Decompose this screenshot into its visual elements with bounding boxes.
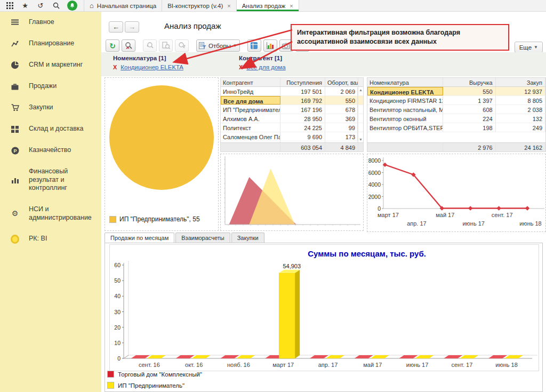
sidebar-item-finance[interactable]: Финансовый результат и контроллинг [0, 161, 101, 199]
sidebar-item-bi[interactable]: РК: BI [0, 228, 101, 250]
scroll-down-icon[interactable]: ▼ [359, 138, 363, 141]
table-cell[interactable]: 608 [443, 105, 495, 114]
scroll-up-icon[interactable]: ▲ [359, 88, 363, 92]
column-header[interactable]: Закуп [496, 78, 545, 86]
close-tab-icon[interactable]: × [290, 3, 293, 9]
table-row[interactable]: Саломенцев Олег Па...9 690173 [221, 132, 363, 141]
notifications-bell-icon[interactable] [67, 1, 77, 11]
column-header[interactable]: Контрагент [221, 78, 280, 86]
table-scrollbar[interactable]: ▲ ▼ [357, 87, 363, 142]
table-row[interactable]: Вентилятор оконный224132 [367, 114, 545, 123]
sidebar-item-crm[interactable]: CRM и маркетинг [0, 54, 101, 76]
table-cell[interactable]: Все для дома [221, 96, 280, 105]
pie-chart-panel[interactable]: ИП "Предприниматель", 55 [105, 77, 219, 231]
forward-button[interactable]: → [125, 21, 139, 33]
table-row[interactable]: Все для дома169 792550 [221, 96, 363, 105]
area-chart-panel[interactable] [220, 154, 364, 231]
tab-purchases[interactable]: Закупки [231, 233, 264, 243]
apps-grid-icon[interactable] [5, 2, 14, 10]
table-cell[interactable]: 198 [443, 123, 495, 132]
table-cell[interactable]: 99 [325, 123, 358, 132]
refresh-button[interactable]: ↻ [106, 39, 119, 52]
table-cell[interactable]: 678 [325, 105, 358, 114]
table-row[interactable]: Кондиционер FIRMSTAR 12M1 3978 805 [367, 96, 545, 105]
column-header[interactable]: Оборот, вал. [325, 78, 358, 86]
table-cell[interactable]: Вентилятор оконный [367, 114, 443, 123]
table-cell[interactable]: Кондиционер ELEKTA [367, 87, 443, 95]
table-cell[interactable]: 8 805 [496, 96, 545, 105]
column-header[interactable]: Поступления [280, 78, 325, 86]
table-cell[interactable]: 249 [496, 123, 545, 132]
search-icon[interactable] [52, 2, 60, 10]
table-cell[interactable]: Вентилятор настольный, Мод... [367, 105, 443, 114]
sidebar-item-purchases[interactable]: Закупки [0, 97, 101, 118]
table-cell[interactable]: 12 937 [496, 87, 545, 95]
table-cell[interactable]: 169 792 [280, 96, 325, 105]
column-header[interactable]: Выручка [443, 78, 495, 86]
find-previous-button[interactable] [143, 39, 157, 52]
table-cell[interactable]: 9 690 [280, 132, 325, 141]
find-button[interactable] [122, 39, 135, 52]
table-cell[interactable]: Кондиционер FIRMSTAR 12M [367, 96, 443, 105]
line-chart-panel[interactable]: 02000400060008000март 17апр. 17май 17июн… [367, 154, 546, 232]
table-cell[interactable]: Саломенцев Олег Па... [221, 132, 280, 141]
find-in-list-button[interactable] [159, 39, 173, 52]
favorites-star-icon[interactable]: ★ [21, 2, 29, 10]
tab-home[interactable]: ⌂ Начальная страница [84, 0, 162, 11]
filter-value-link[interactable]: Все для дома [246, 64, 285, 70]
tab-settlements[interactable]: Взаиморасчеты [175, 233, 230, 243]
table-cell[interactable]: 224 [443, 114, 495, 123]
table-cell[interactable]: 24 225 [280, 123, 325, 132]
table-row[interactable]: Вентилятор настольный, Мод...6082 038 [367, 105, 545, 114]
tab-bi-constructor[interactable]: BI-конструктор (v.4) × [162, 0, 236, 11]
table-cell[interactable]: 2 038 [496, 105, 545, 114]
table-cell[interactable]: Политекст [221, 123, 280, 132]
sidebar-item-main[interactable]: Главное [0, 12, 101, 33]
table-cell[interactable]: 167 196 [280, 105, 325, 114]
table-cell[interactable]: ИнноТрейд [221, 87, 280, 95]
table-cell[interactable]: 197 501 [280, 87, 325, 95]
table-row[interactable]: Алхимов А.А.28 950369 [221, 114, 363, 123]
sidebar-item-admin[interactable]: ⚙ НСИ и администрирование [0, 199, 101, 228]
sidebar-item-treasury[interactable]: Р Казначейство [0, 140, 101, 161]
table-cell[interactable]: 369 [325, 114, 358, 123]
history-icon[interactable]: ↺ [36, 2, 45, 10]
sidebar-item-planning[interactable]: Планирование [0, 33, 101, 54]
tab-sales-by-month[interactable]: Продажи по месяцам [105, 233, 174, 243]
pie-chart[interactable] [109, 85, 214, 190]
table-cell[interactable]: Вентилятор ОРБИТА,STERLI... [367, 123, 443, 132]
bar-legend-yellow: ИП "Предприниматель" [107, 382, 184, 389]
table-row[interactable]: ИнноТрейд197 5012 069 [221, 87, 363, 96]
table-cell[interactable]: 28 950 [280, 114, 325, 123]
table-cell[interactable]: 132 [496, 114, 545, 123]
sidebar-item-sales[interactable]: Продажи [0, 76, 101, 97]
column-header[interactable]: Номенклатура [367, 78, 443, 86]
line-chart-svg: 02000400060008000март 17апр. 17май 17июн… [367, 154, 545, 231]
table-cell[interactable]: 1 397 [443, 96, 495, 105]
legend-swatch-yellow [107, 382, 114, 389]
pivot-view-button[interactable] [247, 39, 261, 52]
close-tab-icon[interactable]: × [227, 3, 230, 9]
table-row[interactable]: Вентилятор ОРБИТА,STERLI...198249 [367, 123, 545, 132]
filter-value-link[interactable]: Кондиционер ELEKTA [121, 64, 183, 70]
table-row[interactable]: Кондиционер ELEKTA55012 937 [367, 87, 545, 96]
tab-sales-analysis[interactable]: Анализ продаж × [236, 0, 299, 11]
table-cell[interactable]: Алхимов А.А. [221, 114, 280, 123]
table-row[interactable]: Политекст24 22599 [221, 123, 363, 132]
filters-button[interactable]: Отборы ▼ [196, 39, 240, 52]
sidebar-item-warehouse[interactable]: Склад и доставка [0, 118, 101, 140]
table-cell[interactable]: 2 069 [325, 87, 358, 95]
table-row[interactable]: ИП "Предпринимател...167 196678 [221, 105, 363, 114]
bar-chart-box[interactable]: Суммы по месяцам, тыс. руб. 010203040506… [109, 244, 539, 371]
table-cell[interactable]: 550 [325, 96, 358, 105]
chart-type-button[interactable] [263, 39, 277, 52]
table-cell[interactable]: 550 [443, 87, 495, 95]
filter-group-counterparty: Контрагент [1] X Все для дома [239, 55, 286, 70]
table-cell[interactable]: 173 [325, 132, 358, 141]
remove-filter-icon[interactable]: X [113, 64, 117, 70]
table-cell[interactable]: ИП "Предпринимател... [221, 105, 280, 114]
more-button[interactable]: Еще ▼ [515, 42, 543, 53]
remove-filter-icon[interactable]: X [239, 64, 243, 70]
find-next-button[interactable] [175, 39, 189, 52]
back-button[interactable]: ← [109, 21, 123, 33]
